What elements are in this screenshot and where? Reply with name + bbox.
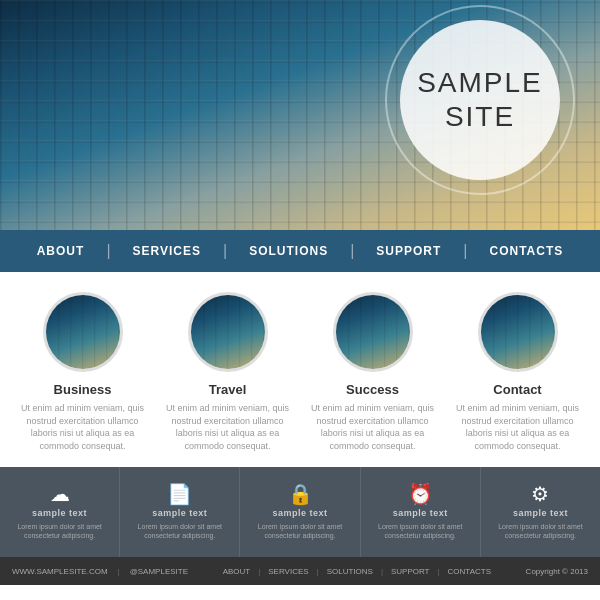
feature-circle-inner-0 <box>46 295 120 369</box>
nav-item-contacts[interactable]: CONTACTS <box>468 230 586 272</box>
footer-nav-item-4[interactable]: CONTACTS <box>448 567 491 576</box>
bottom-icon-2: 🔒 <box>288 484 313 504</box>
hero-logo-circle: SAMPLESITE <box>400 20 560 180</box>
bottom-item-2: 🔒sample textLorem ipsum dolor sit amet c… <box>240 467 360 557</box>
bottom-desc-0: Lorem ipsum dolor sit amet consectetur a… <box>5 522 114 540</box>
bottom-item-3: ⏰sample textLorem ipsum dolor sit amet c… <box>361 467 481 557</box>
bottom-label-2: sample text <box>272 508 327 518</box>
footer-nav: ABOUT|SERVICES|SOLUTIONS|SUPPORT|CONTACT… <box>223 567 491 576</box>
footer-nav-item-1[interactable]: SERVICES <box>268 567 308 576</box>
feature-text-0: Ut enim ad minim veniam, quis nostrud ex… <box>18 402 148 452</box>
bottom-label-0: sample text <box>32 508 87 518</box>
bottom-desc-4: Lorem ipsum dolor sit amet consectetur a… <box>486 522 595 540</box>
bottom-icon-3: ⏰ <box>408 484 433 504</box>
feature-text-1: Ut enim ad minim veniam, quis nostrud ex… <box>163 402 293 452</box>
bottom-label-3: sample text <box>393 508 448 518</box>
bottom-item-0: ☁sample textLorem ipsum dolor sit amet c… <box>0 467 120 557</box>
bottom-icon-0: ☁ <box>50 484 70 504</box>
footer-twitter[interactable]: @SAMPLESITE <box>130 567 188 576</box>
main-navigation: ABOUT|SERVICES|SOLUTIONS|SUPPORT|CONTACT… <box>0 230 600 272</box>
features-section: BusinessUt enim ad minim veniam, quis no… <box>0 272 600 467</box>
bottom-item-1: 📄sample textLorem ipsum dolor sit amet c… <box>120 467 240 557</box>
bottom-label-1: sample text <box>152 508 207 518</box>
bottom-desc-3: Lorem ipsum dolor sit amet consectetur a… <box>366 522 475 540</box>
feature-title-1: Travel <box>209 382 247 397</box>
bottom-desc-1: Lorem ipsum dolor sit amet consectetur a… <box>125 522 234 540</box>
footer-nav-sep-4: | <box>438 567 440 576</box>
nav-item-services[interactable]: SERVICES <box>111 230 223 272</box>
footer-nav-sep-2: | <box>317 567 319 576</box>
footer: WWW.SAMPLESITE.COM | @SAMPLESITE ABOUT|S… <box>0 557 600 585</box>
feature-title-2: Success <box>346 382 399 397</box>
feature-item-1: TravelUt enim ad minim veniam, quis nost… <box>163 292 293 452</box>
feature-circle-3 <box>478 292 558 372</box>
nav-item-about[interactable]: ABOUT <box>15 230 107 272</box>
feature-item-0: BusinessUt enim ad minim veniam, quis no… <box>18 292 148 452</box>
footer-nav-sep-3: | <box>381 567 383 576</box>
footer-nav-item-2[interactable]: SOLUTIONS <box>327 567 373 576</box>
bottom-desc-2: Lorem ipsum dolor sit amet consectetur a… <box>245 522 354 540</box>
bottom-icon-1: 📄 <box>167 484 192 504</box>
nav-item-solutions[interactable]: SOLUTIONS <box>227 230 350 272</box>
hero-section: SAMPLESITE <box>0 0 600 230</box>
feature-text-3: Ut enim ad minim veniam, quis nostrud ex… <box>453 402 583 452</box>
bottom-label-4: sample text <box>513 508 568 518</box>
nav-item-support[interactable]: SUPPORT <box>354 230 463 272</box>
footer-copyright: Copyright © 2013 <box>526 567 588 576</box>
footer-url[interactable]: WWW.SAMPLESITE.COM <box>12 567 108 576</box>
feature-title-3: Contact <box>493 382 541 397</box>
feature-text-2: Ut enim ad minim veniam, quis nostrud ex… <box>308 402 438 452</box>
feature-circle-2 <box>333 292 413 372</box>
feature-circle-inner-2 <box>336 295 410 369</box>
feature-circle-1 <box>188 292 268 372</box>
footer-nav-sep-1: | <box>258 567 260 576</box>
feature-circle-inner-3 <box>481 295 555 369</box>
bottom-item-4: ⚙sample textLorem ipsum dolor sit amet c… <box>481 467 600 557</box>
footer-left: WWW.SAMPLESITE.COM | @SAMPLESITE <box>12 567 188 576</box>
footer-nav-item-0[interactable]: ABOUT <box>223 567 251 576</box>
feature-circle-inner-1 <box>191 295 265 369</box>
bottom-section: ☁sample textLorem ipsum dolor sit amet c… <box>0 467 600 557</box>
feature-circle-0 <box>43 292 123 372</box>
feature-item-2: SuccessUt enim ad minim veniam, quis nos… <box>308 292 438 452</box>
feature-item-3: ContactUt enim ad minim veniam, quis nos… <box>453 292 583 452</box>
site-title: SAMPLESITE <box>417 66 543 133</box>
feature-title-0: Business <box>54 382 112 397</box>
bottom-icon-4: ⚙ <box>531 484 549 504</box>
footer-nav-item-3[interactable]: SUPPORT <box>391 567 430 576</box>
